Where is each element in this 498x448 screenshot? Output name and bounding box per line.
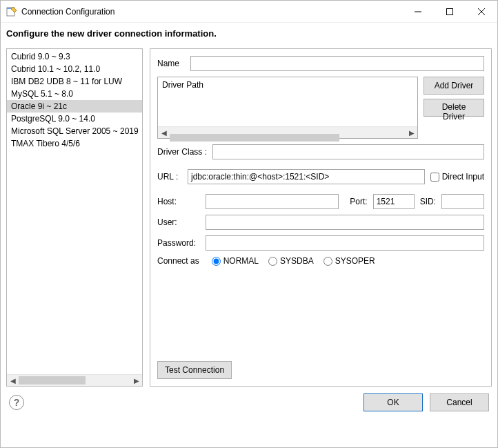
driver-list-item[interactable]: Cubrid 9.0 ~ 9.3 — [7, 50, 142, 63]
driver-list-item[interactable]: TMAX Tibero 4/5/6 — [7, 137, 142, 150]
help-icon[interactable]: ? — [9, 395, 24, 410]
footer: ? OK Cancel — [1, 387, 497, 418]
host-label: Host: — [157, 197, 200, 206]
connect-as-sysoper-label: SYSOPER — [335, 256, 375, 266]
driver-class-label: Driver Class : — [157, 147, 207, 157]
url-input[interactable] — [188, 169, 425, 184]
port-input[interactable] — [373, 194, 415, 209]
add-driver-button[interactable]: Add Driver — [424, 77, 484, 95]
scroll-right-icon[interactable]: ▶ — [406, 128, 417, 138]
password-label: Password: — [157, 238, 200, 248]
ok-button[interactable]: OK — [363, 393, 423, 411]
driver-path-box[interactable]: Driver Path ◀ ▶ — [157, 77, 418, 139]
connect-as-normal[interactable]: NORMAL — [212, 256, 259, 266]
driver-path-label: Driver Path — [158, 77, 417, 92]
form-panel: Name Driver Path ◀ ▶ Add Driver Delete D… — [150, 48, 492, 387]
host-input[interactable] — [206, 194, 339, 209]
driver-path-scrollbar[interactable]: ◀ ▶ — [158, 126, 417, 138]
name-label: Name — [157, 59, 185, 68]
driver-list-item[interactable]: IBM DB2 UDB 8 ~ 11 for LUW — [7, 75, 142, 88]
maximize-button[interactable] — [434, 1, 466, 22]
user-label: User: — [157, 217, 200, 227]
url-label: URL : — [157, 172, 182, 182]
test-connection-button[interactable]: Test Connection — [157, 361, 232, 379]
driver-list-item[interactable]: MySQL 5.1 ~ 8.0 — [7, 88, 142, 100]
cancel-button[interactable]: Cancel — [430, 393, 489, 411]
driver-list[interactable]: Cubrid 9.0 ~ 9.3Cubrid 10.1 ~ 10.2, 11.0… — [7, 49, 142, 374]
sid-label: SID: — [420, 197, 436, 206]
connect-as-sysoper-radio[interactable] — [323, 257, 332, 266]
subtitle: Configure the new driver connection info… — [1, 23, 497, 48]
connect-as-sysdba-label: SYSDBA — [280, 256, 314, 266]
scroll-left-icon[interactable]: ◀ — [7, 376, 19, 386]
sid-input[interactable] — [441, 194, 484, 209]
driver-list-item[interactable]: Cubrid 10.1 ~ 10.2, 11.0 — [7, 63, 142, 75]
window-title: Connection Configuration — [21, 7, 402, 17]
scroll-right-icon[interactable]: ▶ — [130, 376, 142, 386]
driver-list-scrollbar[interactable]: ◀ ▶ — [7, 374, 142, 386]
driver-list-panel: Cubrid 9.0 ~ 9.3Cubrid 10.1 ~ 10.2, 11.0… — [6, 48, 143, 387]
connect-as-sysoper[interactable]: SYSOPER — [323, 256, 375, 266]
driver-list-item[interactable]: Oracle 9i ~ 21c — [7, 100, 142, 113]
driver-class-input[interactable] — [212, 144, 484, 159]
name-input[interactable] — [190, 56, 484, 71]
port-label: Port: — [350, 197, 367, 206]
titlebar: Connection Configuration — [1, 1, 497, 23]
password-input[interactable] — [206, 235, 484, 251]
direct-input-checkbox[interactable]: Direct Input — [430, 172, 484, 182]
user-input[interactable] — [206, 215, 484, 230]
driver-list-item[interactable]: PostgreSQL 9.0 ~ 14.0 — [7, 113, 142, 125]
svg-rect-3 — [447, 8, 453, 14]
connect-as-normal-radio[interactable] — [212, 257, 221, 266]
minimize-button[interactable] — [402, 1, 434, 22]
close-button[interactable] — [466, 1, 497, 22]
direct-input-label: Direct Input — [442, 172, 484, 182]
delete-driver-button[interactable]: Delete Driver — [424, 99, 484, 117]
connect-as-label: Connect as — [157, 256, 199, 266]
driver-list-item[interactable]: Microsoft SQL Server 2005 ~ 2019 — [7, 125, 142, 137]
app-icon — [6, 6, 17, 17]
connect-as-sysdba[interactable]: SYSDBA — [268, 256, 314, 266]
connect-as-normal-label: NORMAL — [223, 256, 259, 266]
scroll-left-icon[interactable]: ◀ — [158, 128, 170, 138]
connect-as-sysdba-radio[interactable] — [268, 257, 277, 266]
direct-input-check[interactable] — [430, 173, 439, 182]
